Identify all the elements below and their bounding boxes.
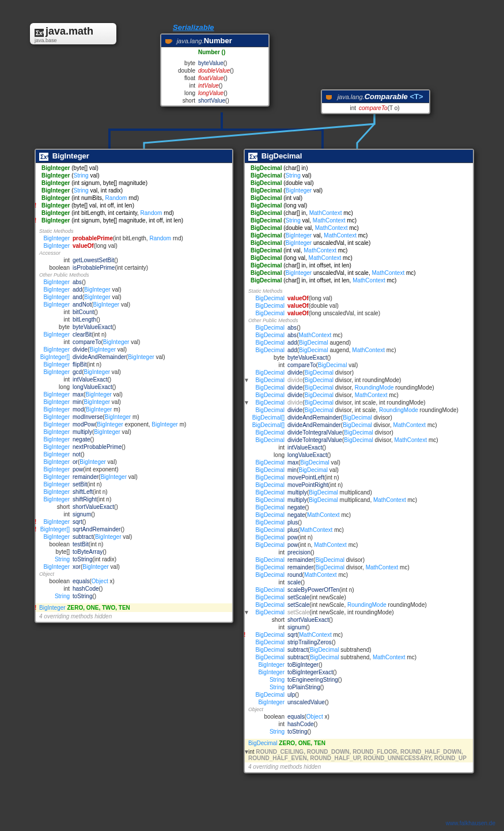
method-row[interactable]: longlongValue ()	[161, 89, 268, 97]
method-row[interactable]: BigDecimalmovePointLeft (int n)	[245, 474, 473, 481]
method-row[interactable]: BigIntegerflipBit (int n)	[36, 361, 232, 368]
method-row[interactable]: BigIntegermin (BigInteger val)	[36, 398, 232, 406]
method-row[interactable]: BigDecimaldivide (BigDecimal divisor, Ro…	[245, 384, 473, 391]
method-row[interactable]: BigIntegermod (BigInteger m)	[36, 406, 232, 413]
method-row[interactable]: intsignum ()	[245, 624, 473, 631]
method-row[interactable]: BigIntegerand (BigInteger val)	[36, 293, 232, 301]
method-row[interactable]: BigDecimal[]divideAndRemainder (BigDecim…	[245, 421, 473, 429]
constructor-row[interactable]: BigInteger (int numBits, Random rnd)	[36, 194, 232, 202]
constructor-row[interactable]: BigDecimal (BigInteger unscaledVal, int …	[245, 239, 473, 247]
method-row[interactable]: BigIntegeror (BigInteger val)	[36, 458, 232, 466]
method-row[interactable]: BigDecimalvalueOf (double val)	[245, 302, 473, 309]
serializable-label[interactable]: Serializable	[173, 23, 214, 32]
method-row[interactable]: BigDecimaladd (BigDecimal augend, MathCo…	[245, 346, 473, 354]
method-row[interactable]: shortshortValueExact ()	[36, 503, 232, 511]
constructor-row[interactable]: BigDecimal (char[] in, MathContext mc)	[245, 209, 473, 217]
constructor-row[interactable]: BigDecimal (long val, MathContext mc)	[245, 254, 473, 262]
method-row[interactable]: BigDecimalvalueOf (long val)	[245, 294, 473, 302]
method-row[interactable]: BigDecimalsubtract (BigDecimal subtrahen…	[245, 654, 473, 661]
method-row[interactable]: StringtoString ()	[36, 592, 232, 600]
method-row[interactable]: BigDecimalremainder (BigDecimal divisor,…	[245, 564, 473, 571]
method-row[interactable]: BigIntegermodPow (BigInteger exponent, B…	[36, 421, 232, 428]
constructor-row[interactable]: BigDecimal (double val)	[245, 179, 473, 187]
method-row[interactable]: BigDecimalmultiply (BigDecimal multiplic…	[245, 489, 473, 496]
method-row[interactable]: booleanequals (Object x)	[245, 713, 473, 720]
method-row[interactable]: ▼BigDecimalsetScale (int newScale, int r…	[245, 609, 473, 616]
method-row[interactable]: BigDecimalsubtract (BigDecimal subtrahen…	[245, 646, 473, 654]
method-row[interactable]: intcompareTo (BigInteger val)	[36, 338, 232, 346]
constructor-row[interactable]: BigDecimal (BigInteger unscaledVal, int …	[245, 269, 473, 277]
constructor-row[interactable]: BigInteger (int bitLength, int certainty…	[36, 209, 232, 217]
constructor-row[interactable]: BigDecimal (BigInteger val, MathContext …	[245, 232, 473, 239]
method-row[interactable]: BigIntegernegate ()	[36, 436, 232, 443]
method-row[interactable]: byte[]toByteArray ()	[36, 548, 232, 556]
method-row[interactable]: intcompareTo (T o)	[322, 104, 429, 112]
method-row[interactable]: floatfloatValue ()	[161, 74, 268, 82]
method-row[interactable]: BigDecimalpow (int n)	[245, 534, 473, 541]
constructor-row[interactable]: BigInteger (String val, int radix)	[36, 187, 232, 194]
method-row[interactable]: BigIntegermultiply (BigInteger val)	[36, 428, 232, 436]
method-row[interactable]: bytebyteValueExact ()	[36, 323, 232, 331]
constructor-row[interactable]: !BigInteger (byte[] val, int off, int le…	[36, 202, 232, 209]
method-row[interactable]: BigIntegergcd (BigInteger val)	[36, 368, 232, 376]
method-row[interactable]: intbitLength ()	[36, 316, 232, 323]
method-row[interactable]: booleantestBit (int n)	[36, 541, 232, 548]
method-row[interactable]: BigDecimalround (MathContext mc)	[245, 571, 473, 579]
method-row[interactable]: intsignum ()	[36, 511, 232, 518]
method-row[interactable]: BigIntegermax (BigInteger val)	[36, 391, 232, 398]
method-row[interactable]: BigDecimaldivide (BigDecimal divisor, Ma…	[245, 391, 473, 399]
method-row[interactable]: BigDecimal[]divideAndRemainder (BigDecim…	[245, 414, 473, 421]
method-row[interactable]: BigDecimalmin (BigDecimal val)	[245, 466, 473, 474]
method-row[interactable]: BigDecimalmultiply (BigDecimal multiplic…	[245, 496, 473, 504]
method-row[interactable]: BigIntegermodInverse (BigInteger m)	[36, 413, 232, 421]
method-row[interactable]: BigInteger[]divideAndRemainder (BigInteg…	[36, 353, 232, 361]
method-row[interactable]: inthashCode ()	[36, 585, 232, 592]
method-row[interactable]: StringtoPlainString ()	[245, 683, 473, 691]
method-row[interactable]: intprecision ()	[245, 549, 473, 556]
constructor-row[interactable]: BigDecimal (char[] in, int offset, int l…	[245, 262, 473, 269]
method-row[interactable]: BigDecimalabs (MathContext mc)	[245, 331, 473, 339]
method-row[interactable]: BigIntegerpow (int exponent)	[36, 466, 232, 473]
method-row[interactable]: BigDecimalvalueOf (long unscaledVal, int…	[245, 309, 473, 317]
method-row[interactable]: !BigInteger[]sqrtAndRemainder ()	[36, 526, 232, 533]
constructor-row[interactable]: BigDecimal (long val)	[245, 202, 473, 209]
constructor-row[interactable]: BigDecimal (char[] in)	[245, 164, 473, 172]
method-row[interactable]: BigIntegerxor (BigInteger val)	[36, 563, 232, 571]
method-row[interactable]: BigDecimalscaleByPowerOfTen (int n)	[245, 586, 473, 594]
method-row[interactable]: BigDecimalplus (MathContext mc)	[245, 526, 473, 534]
method-row[interactable]: bytebyteValue ()	[161, 59, 268, 67]
method-row[interactable]: BigDecimaldivideToIntegralValue (BigDeci…	[245, 429, 473, 436]
method-row[interactable]: BigIntegerclearBit (int n)	[36, 331, 232, 338]
method-row[interactable]: BigDecimalnegate ()	[245, 504, 473, 511]
method-row[interactable]: BigIntegervalueOf (long val)	[36, 242, 232, 250]
method-row[interactable]: intbitCount ()	[36, 308, 232, 316]
method-row[interactable]: BigDecimaladd (BigDecimal augend)	[245, 339, 473, 346]
method-row[interactable]: BigDecimaldivideToIntegralValue (BigDeci…	[245, 436, 473, 444]
method-row[interactable]: bytebyteValueExact ()	[245, 354, 473, 361]
method-row[interactable]: BigIntegerremainder (BigInteger val)	[36, 473, 232, 481]
method-row[interactable]: shortshortValueExact ()	[245, 616, 473, 624]
constructor-row[interactable]: BigInteger (String val)	[36, 172, 232, 179]
method-row[interactable]: BigIntegersubtract (BigInteger val)	[36, 533, 232, 541]
constructor-row[interactable]: BigInteger (byte[] val)	[36, 164, 232, 172]
method-row[interactable]: BigIntegerdivide (BigInteger val)	[36, 346, 232, 353]
method-row[interactable]: intscale ()	[245, 579, 473, 586]
method-row[interactable]: BigIntegerandNot (BigInteger val)	[36, 301, 232, 308]
method-row[interactable]: longlongValueExact ()	[245, 451, 473, 459]
constructor-row[interactable]: BigInteger (int signum, byte[] magnitude…	[36, 179, 232, 187]
method-row[interactable]: BigDecimaldivide (BigDecimal divisor, in…	[245, 406, 473, 414]
method-row[interactable]: BigIntegersetBit (int n)	[36, 481, 232, 488]
method-row[interactable]: intintValue ()	[161, 82, 268, 89]
constructor-row[interactable]: !BigInteger (int signum, byte[] magnitud…	[36, 217, 232, 224]
method-row[interactable]: StringtoEngineeringString ()	[245, 676, 473, 683]
constructor-row[interactable]: BigDecimal (String val)	[245, 172, 473, 179]
method-row[interactable]: BigDecimalsetScale (int newScale)	[245, 594, 473, 601]
constructor-row[interactable]: BigDecimal (int val)	[245, 194, 473, 202]
method-row[interactable]: BigIntegertoBigInteger ()	[245, 661, 473, 668]
method-row[interactable]: BigIntegeradd (BigInteger val)	[36, 286, 232, 293]
method-row[interactable]: inthashCode ()	[245, 720, 473, 728]
method-row[interactable]: BigDecimalabs ()	[245, 324, 473, 331]
method-row[interactable]: shortshortValue ()	[161, 97, 268, 104]
method-row[interactable]: BigDecimalsetScale (int newScale, Roundi…	[245, 601, 473, 609]
method-row[interactable]: intintValueExact ()	[245, 444, 473, 451]
